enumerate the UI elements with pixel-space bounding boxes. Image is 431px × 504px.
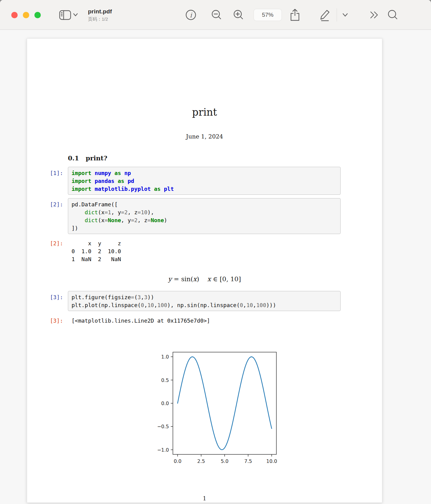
svg-text:i: i [190, 12, 193, 19]
input-prompt-2: [2]: [50, 201, 63, 208]
svg-text:0.0: 0.0 [161, 401, 169, 406]
figure-svg: 1.00.50.0−0.5−1.00.02.55.07.510.0 [152, 347, 280, 466]
pdf-page: print June 1, 2024 0.1print? [1]: import… [27, 38, 382, 503]
sidebar-icon[interactable] [59, 9, 72, 21]
section-heading: 0.1print? [68, 154, 107, 162]
markup-pencil-icon[interactable] [319, 9, 331, 21]
code-cell-3: plt.figure(figsize=(3,3))plt.plot(np.lin… [68, 291, 341, 311]
more-toolbar-icon[interactable] [370, 11, 379, 19]
document-viewer[interactable]: print June 1, 2024 0.1print? [1]: import… [0, 30, 431, 504]
zoom-level-field[interactable]: 57% [254, 9, 282, 21]
fullscreen-button[interactable] [34, 12, 41, 18]
svg-text:0.5: 0.5 [161, 377, 169, 383]
code-cell-2: pd.DataFrame([ dict(x=1, y=2, z=10), dic… [68, 198, 341, 234]
toolbar: print.pdf 页码：1/2 i 57% [0, 0, 431, 30]
info-icon[interactable]: i [185, 9, 196, 20]
search-icon[interactable] [387, 9, 398, 20]
toolbar-divider [337, 8, 337, 22]
chevron-down-icon[interactable] [342, 13, 348, 17]
preview-window: print.pdf 页码：1/2 i 57% [0, 0, 431, 504]
section-title: print? [86, 154, 107, 162]
input-prompt-1: [1]: [50, 169, 63, 177]
section-number: 0.1 [68, 154, 79, 162]
window-title-group: print.pdf 页码：1/2 [88, 8, 112, 22]
output-dataframe: x y z 0 1.0 2 10.0 1 NaN 2 NaN [72, 240, 121, 263]
pdf-page-number: 1 [27, 495, 382, 502]
page-indicator: 页码：1/2 [88, 16, 112, 22]
zoom-out-icon[interactable] [211, 9, 222, 20]
output-prompt-3: [3]: [50, 317, 63, 325]
svg-text:5.0: 5.0 [221, 458, 228, 464]
input-prompt-3: [3]: [50, 293, 63, 301]
math-formula: y = sin(x) x ∈ [0, 10] [27, 275, 382, 283]
code-cell-1: import numpy as npimport pandas as pdimp… [68, 167, 341, 195]
output-prompt-2: [2]: [50, 240, 63, 247]
svg-text:−0.5: −0.5 [157, 424, 169, 429]
svg-text:2.5: 2.5 [197, 458, 205, 464]
zoom-in-icon[interactable] [233, 9, 244, 20]
svg-text:1.0: 1.0 [161, 354, 169, 360]
svg-text:0.0: 0.0 [174, 458, 181, 464]
svg-text:7.5: 7.5 [244, 458, 252, 464]
document-title: print.pdf [88, 8, 112, 15]
output-line2d: [<matplotlib.lines.Line2D at 0x11765e7d0… [72, 317, 210, 325]
zoom-level-value: 57% [262, 12, 273, 18]
sidebar-chevron-icon[interactable] [73, 13, 78, 17]
close-button[interactable] [11, 12, 18, 18]
share-icon[interactable] [289, 8, 301, 22]
pdf-title: print [27, 106, 382, 118]
svg-text:10.0: 10.0 [266, 458, 277, 464]
svg-text:−1.0: −1.0 [157, 447, 169, 453]
pdf-date: June 1, 2024 [27, 133, 382, 140]
minimize-button[interactable] [23, 12, 29, 18]
